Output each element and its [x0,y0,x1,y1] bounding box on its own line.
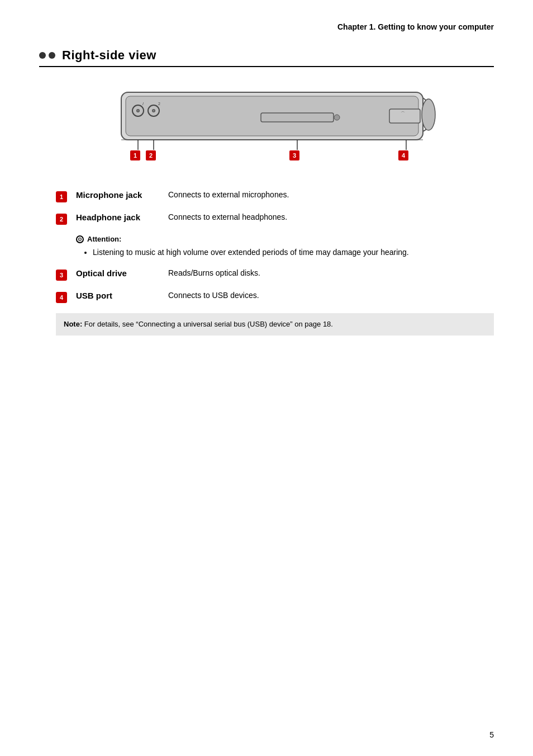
item-2-desc: Connects to external headphones. [168,212,287,221]
item-row-3: 3 Optical drive Reads/Burns optical disk… [56,268,494,281]
svg-text:4: 4 [402,152,406,159]
item-row-2: 2 Headphone jack Connects to external he… [56,212,494,225]
dot-2 [49,52,55,59]
item-2-name: Headphone jack [76,212,168,222]
item-1-desc: Connects to external microphones. [168,190,289,199]
attention-list: Listening to music at high volume over e… [93,247,494,258]
svg-text:2: 2 [158,102,160,106]
attention-title: ⊙ Attention: [76,235,494,243]
chapter-title: Chapter 1. Getting to know your computer [337,22,494,31]
svg-text:2: 2 [149,152,153,159]
content-section: 1 Microphone jack Connects to external m… [56,190,494,336]
note-prefix: Note: [64,320,82,328]
badge-1: 1 [56,191,67,202]
section-title: Right-side view [62,48,156,63]
note-text: For details, see “Connecting a universal… [84,320,333,328]
item-1-name: Microphone jack [76,190,168,200]
dot-1 [39,52,46,59]
attention-label: Attention: [87,235,121,243]
item-4-desc: Connects to USB devices. [168,291,259,300]
item-3-desc: Reads/Burns optical disks. [168,268,260,277]
item-3-name: Optical drive [76,268,168,278]
svg-text:3: 3 [293,152,296,159]
svg-point-11 [334,115,340,120]
svg-point-14 [422,99,435,130]
attention-icon: ⊙ [76,235,84,243]
page-container: Chapter 1. Getting to know your computer… [0,0,533,756]
item-row-4: 4 USB port Connects to USB devices. [56,291,494,303]
attention-item-1: Listening to music at high volume over e… [93,247,494,258]
laptop-diagram: / 2 ⌒ 1 2 [93,84,440,173]
svg-text:1: 1 [134,152,137,159]
svg-point-7 [153,110,155,112]
svg-point-4 [137,110,139,112]
item-row-1: 1 Microphone jack Connects to external m… [56,190,494,202]
note-box: Note: For details, see “Connecting a uni… [56,313,494,336]
item-4-name: USB port [76,291,168,300]
svg-rect-10 [261,113,334,122]
section-title-row: Right-side view [39,48,494,67]
svg-text:⌒: ⌒ [401,111,405,116]
badge-3: 3 [56,270,67,281]
attention-block: ⊙ Attention: Listening to music at high … [76,235,494,258]
badge-2: 2 [56,214,67,225]
chapter-header: Chapter 1. Getting to know your computer [39,22,494,31]
laptop-svg: / 2 ⌒ 1 2 [93,84,440,162]
page-number: 5 [489,730,494,739]
badge-4: 4 [56,292,67,303]
section-dots-icon [39,52,55,59]
